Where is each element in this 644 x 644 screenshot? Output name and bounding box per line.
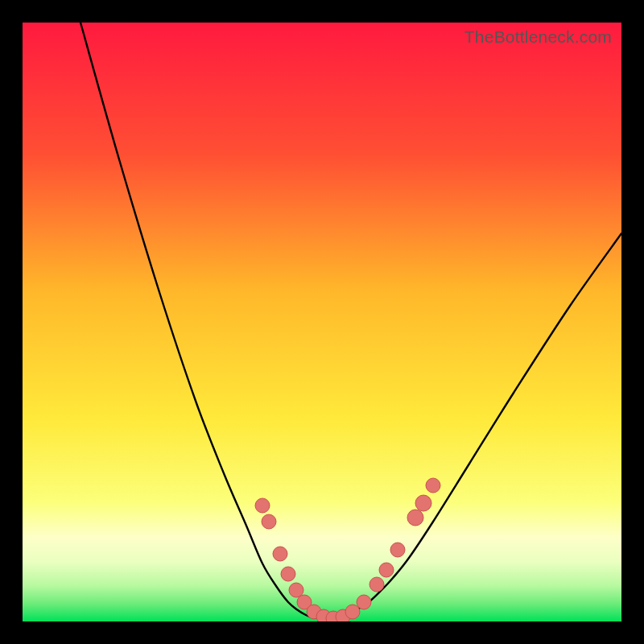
curve-layer (23, 23, 621, 621)
data-dot (273, 547, 287, 561)
data-dot (379, 563, 394, 577)
data-dot (407, 510, 423, 526)
data-dot (415, 495, 431, 511)
curve-dots (255, 478, 440, 621)
data-dot (369, 577, 384, 592)
chart-stage: TheBottleneck.com (0, 0, 644, 644)
data-dot (426, 478, 440, 493)
data-dot (281, 567, 295, 581)
watermark-text: TheBottleneck.com (464, 27, 612, 47)
data-dot (345, 605, 360, 619)
data-dot (255, 498, 270, 513)
plot-area: TheBottleneck.com (23, 23, 621, 621)
bottleneck-curve (80, 23, 621, 618)
data-dot (390, 543, 405, 557)
data-dot (262, 514, 276, 529)
data-dot (357, 595, 371, 609)
